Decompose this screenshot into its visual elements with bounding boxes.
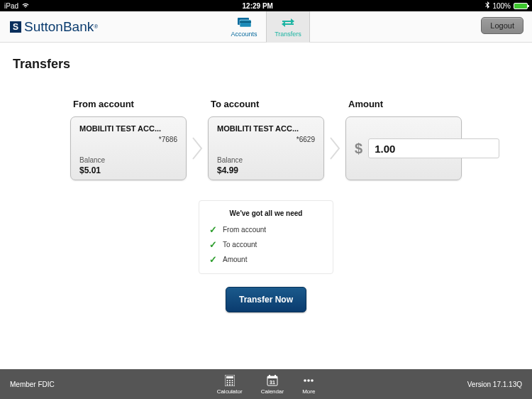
brand-logo: S SuttonBank® xyxy=(10,19,98,35)
more-icon xyxy=(302,374,315,387)
from-account-number: *7686 xyxy=(79,136,177,143)
from-account-label: From account xyxy=(73,99,187,109)
footer-more-label: More xyxy=(302,388,315,395)
status-bar: iPad 12:29 PM 100% xyxy=(0,0,532,11)
tab-accounts[interactable]: Accounts xyxy=(222,11,266,43)
dollar-sign-icon: $ xyxy=(355,141,362,157)
chevron-2-icon xyxy=(324,116,345,180)
transfer-now-button[interactable]: Transfer Now xyxy=(226,287,306,312)
tab-accounts-label: Accounts xyxy=(231,31,257,38)
check-icon: ✓ xyxy=(209,224,217,235)
footer-calculator[interactable]: Calculator xyxy=(217,374,243,395)
app-header: S SuttonBank® Accounts Transfers Logout xyxy=(0,11,532,43)
footer-version: Version 17.1.13Q xyxy=(315,381,522,388)
to-balance-value: $4.99 xyxy=(217,165,315,175)
svg-rect-1 xyxy=(240,20,251,27)
nav-tabs: Accounts Transfers xyxy=(222,11,310,43)
checklist-item-label: Amount xyxy=(223,256,247,263)
footer-calculator-label: Calculator xyxy=(217,388,243,395)
battery-pct: 100% xyxy=(492,2,511,10)
check-icon: ✓ xyxy=(209,239,217,250)
svg-text:31: 31 xyxy=(270,379,275,384)
checklist-title: We've got all we need xyxy=(209,209,323,217)
svg-point-13 xyxy=(231,384,233,386)
amount-card: $ xyxy=(345,116,462,180)
footer-calendar-label: Calendar xyxy=(261,388,284,395)
checklist-item: ✓ Amount xyxy=(209,254,323,265)
checklist-item: ✓ To account xyxy=(209,239,323,250)
svg-point-8 xyxy=(226,382,228,383)
device-label: iPad xyxy=(4,2,18,10)
chevron-1-icon xyxy=(187,116,208,180)
to-account-card[interactable]: MOBILITI TEST ACC... *6629 Balance $4.99 xyxy=(208,116,324,180)
to-account-label: To account xyxy=(211,99,324,109)
check-icon: ✓ xyxy=(209,254,217,265)
transfers-icon xyxy=(281,16,295,29)
clock-label: 12:29 PM xyxy=(30,2,485,10)
checklist: We've got all we need ✓ From account ✓ T… xyxy=(199,200,333,274)
svg-point-19 xyxy=(304,379,306,382)
from-balance-label: Balance xyxy=(79,156,177,164)
footer-member: Member FDIC xyxy=(10,381,217,388)
from-account-card[interactable]: MOBILITI TEST ACC... *7686 Balance $5.01 xyxy=(70,116,187,180)
svg-point-9 xyxy=(229,382,231,383)
footer-more[interactable]: More xyxy=(302,374,315,395)
battery-icon xyxy=(514,3,528,9)
wifi-icon xyxy=(21,2,30,10)
tab-transfers[interactable]: Transfers xyxy=(266,11,310,43)
svg-rect-4 xyxy=(226,376,233,378)
svg-point-20 xyxy=(307,379,310,382)
svg-point-5 xyxy=(226,380,228,381)
svg-point-10 xyxy=(231,382,233,383)
to-account-number: *6629 xyxy=(217,136,315,143)
svg-point-6 xyxy=(229,380,231,381)
calendar-icon: 31 xyxy=(267,374,278,387)
transfer-row: From account MOBILITI TEST ACC... *7686 … xyxy=(13,99,519,180)
svg-rect-2 xyxy=(240,21,251,23)
calculator-icon xyxy=(225,374,235,387)
svg-rect-17 xyxy=(275,375,276,377)
page-title: Transfers xyxy=(13,57,519,72)
svg-rect-16 xyxy=(269,375,270,377)
logo-mark: S xyxy=(10,21,21,33)
svg-point-21 xyxy=(311,379,314,382)
to-account-name: MOBILITI TEST ACC... xyxy=(217,124,315,133)
footer: Member FDIC Calculator 31 Calendar More xyxy=(0,369,532,399)
tab-transfers-label: Transfers xyxy=(275,31,301,38)
from-account-name: MOBILITI TEST ACC... xyxy=(79,124,177,133)
bluetooth-icon xyxy=(485,1,489,10)
from-balance-value: $5.01 xyxy=(79,165,177,175)
checklist-item-label: From account xyxy=(223,226,266,234)
footer-calendar[interactable]: 31 Calendar xyxy=(261,374,284,395)
checklist-item: ✓ From account xyxy=(209,224,323,235)
checklist-item-label: To account xyxy=(223,241,257,248)
logout-button[interactable]: Logout xyxy=(481,17,523,34)
amount-label: Amount xyxy=(348,99,462,109)
to-balance-label: Balance xyxy=(217,156,315,164)
amount-input[interactable] xyxy=(368,138,499,158)
svg-point-12 xyxy=(229,384,231,386)
svg-point-7 xyxy=(231,380,233,381)
svg-point-11 xyxy=(226,384,228,386)
accounts-icon xyxy=(236,16,252,29)
